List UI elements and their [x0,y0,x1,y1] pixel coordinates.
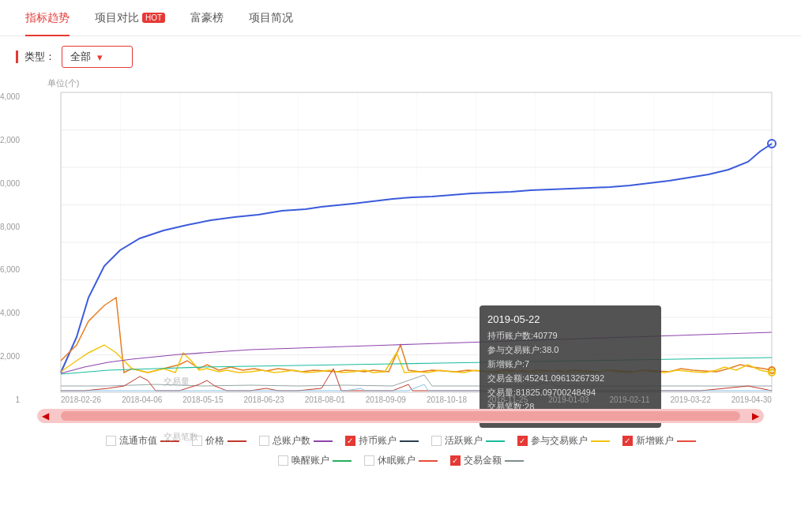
nav-label-project-compare: 项目对比 [95,11,139,25]
legend-checkbox-new-accounts[interactable]: ✓ [622,436,633,446]
y-label-3: 8,000 [0,223,20,231]
x-label-0: 2018-02-26 [61,395,101,404]
legend-label-price: 价格 [205,434,224,448]
select-value: 全部 [70,50,91,64]
y-label-2: 10,000 [0,179,20,188]
nav-label-project-overview: 项目简况 [249,11,293,25]
legend-checkbox-active-accounts[interactable] [431,436,442,446]
main-chart-svg: 交易量 交易笔数 [61,92,772,392]
legend-new-accounts[interactable]: ✓ 新增账户 [622,434,696,448]
legend-label-total-accounts: 总账户数 [273,434,310,448]
x-axis: 2018-02-26 2018-04-06 2018-05-15 2018-06… [61,395,772,404]
nav-project-overview[interactable]: 项目简况 [236,0,306,36]
scroll-left-arrow[interactable]: ◀ [42,410,49,421]
svg-text:参与交易账户:38.0: 参与交易账户:38.0 [487,345,558,354]
x-label-9: 2019-02-11 [609,395,649,404]
legend-line-total-accounts [314,440,333,442]
legend-area: 流通市值 价格 总账户数 ✓ 持币账户 活跃账户 ✓ [0,428,801,477]
legend-label-new-accounts: 新增账户 [636,434,674,448]
filter-bar: 类型： 全部 ▾ [0,36,801,77]
legend-label-wake-accounts: 唤醒账户 [291,454,329,467]
hot-badge: HOT [142,13,165,23]
x-label-8: 2019-01-03 [548,395,589,404]
scroll-right-arrow[interactable]: ▶ [752,410,759,421]
nav-label-rich-list: 富豪榜 [190,11,224,25]
legend-total-accounts[interactable]: 总账户数 [259,434,333,448]
legend-label-dormant-accounts: 休眠账户 [378,454,416,467]
legend-label-trading-accounts: 参与交易账户 [531,434,588,448]
nav-label-indicator-trend: 指标趋势 [25,11,70,25]
x-label-7: 2018-11-25 [487,395,528,404]
y-axis-unit-label: 单位(个) [16,77,785,89]
legend-line-dormant-accounts [419,460,438,462]
legend-active-accounts[interactable]: 活跃账户 [431,434,505,448]
legend-line-wake-accounts [333,460,352,462]
legend-line-active-accounts [486,440,505,442]
nav-indicator-trend[interactable]: 指标趋势 [13,0,82,36]
chart-wrapper: 14,000 12,000 10,000 8,000 6,000 4,000 2… [21,92,780,404]
top-navigation: 指标趋势 项目对比 HOT 富豪榜 项目简况 [0,0,801,36]
x-label-4: 2018-08-01 [305,395,345,404]
chevron-down-icon: ▾ [97,51,103,63]
legend-row-2: 唤醒账户 休眠账户 ✓ 交易金额 [278,454,524,467]
x-label-5: 2018-09-09 [366,395,406,404]
x-label-6: 2018-10-18 [427,395,467,404]
legend-checkbox-dormant-accounts[interactable] [364,455,374,466]
scrollbar-track [61,411,740,421]
svg-text:持币账户数:40779: 持币账户数:40779 [487,331,558,340]
legend-wake-accounts[interactable]: 唤醒账户 [278,454,352,467]
legend-line-new-accounts [677,440,696,442]
legend-checkbox-wake-accounts[interactable] [278,455,288,466]
y-label-5: 4,000 [0,309,20,317]
tx-count-label: 交易笔数 [164,432,198,441]
legend-line-coin-accounts [400,440,419,442]
legend-line-price [228,440,246,442]
legend-checkbox-tx-amount[interactable]: ✓ [450,455,461,466]
y-label-6: 2,000 [0,352,20,361]
chart-container: 单位(个) 14,000 12,000 10,000 8,000 6,000 4… [16,77,785,404]
legend-trading-accounts[interactable]: ✓ 参与交易账户 [517,434,610,448]
svg-text:新增账户:7: 新增账户:7 [487,359,529,369]
scrollbar[interactable]: ◀ ▶ [37,409,764,423]
x-label-1: 2018-04-06 [122,395,162,404]
legend-line-tx-amount [505,460,524,462]
legend-label-coin-accounts: 持币账户 [359,434,397,448]
legend-label-market-cap: 流通市值 [119,434,157,448]
nav-rich-list[interactable]: 富豪榜 [178,0,236,36]
x-label-10: 2019-03-22 [671,395,711,404]
type-select[interactable]: 全部 ▾ [62,46,133,68]
svg-text:2019-05-22: 2019-05-22 [487,313,540,325]
legend-label-tx-amount: 交易金额 [464,454,502,467]
nav-project-compare[interactable]: 项目对比 HOT [82,0,178,36]
legend-label-active-accounts: 活跃账户 [445,434,483,448]
y-axis-left: 14,000 12,000 10,000 8,000 6,000 4,000 2… [0,92,20,404]
legend-dormant-accounts[interactable]: 休眠账户 [364,454,438,467]
y-label-1: 12,000 [0,136,20,144]
y-label-7: 1 [0,395,20,404]
x-label-2: 2018-05-15 [182,395,223,404]
svg-text:交易金额:45241.09613267392: 交易金额:45241.09613267392 [487,373,604,383]
legend-checkbox-total-accounts[interactable] [259,436,269,446]
legend-checkbox-coin-accounts[interactable]: ✓ [345,436,355,446]
scrollbar-wrapper: ◀ ▶ [0,404,801,428]
filter-accent-bar [16,51,18,63]
legend-price[interactable]: 价格 [192,434,246,448]
x-label-3: 2018-06-23 [243,395,284,404]
legend-line-trading-accounts [591,440,610,442]
x-label-11: 2019-04-30 [731,395,772,404]
legend-checkbox-trading-accounts[interactable]: ✓ [517,436,528,446]
filter-label: 类型： [24,50,55,64]
y-label-4: 6,000 [0,265,20,274]
y-label-0: 14,000 [0,92,20,101]
legend-coin-accounts[interactable]: ✓ 持币账户 [345,434,419,448]
legend-checkbox-market-cap[interactable] [106,436,116,446]
legend-tx-amount[interactable]: ✓ 交易金额 [450,454,524,467]
